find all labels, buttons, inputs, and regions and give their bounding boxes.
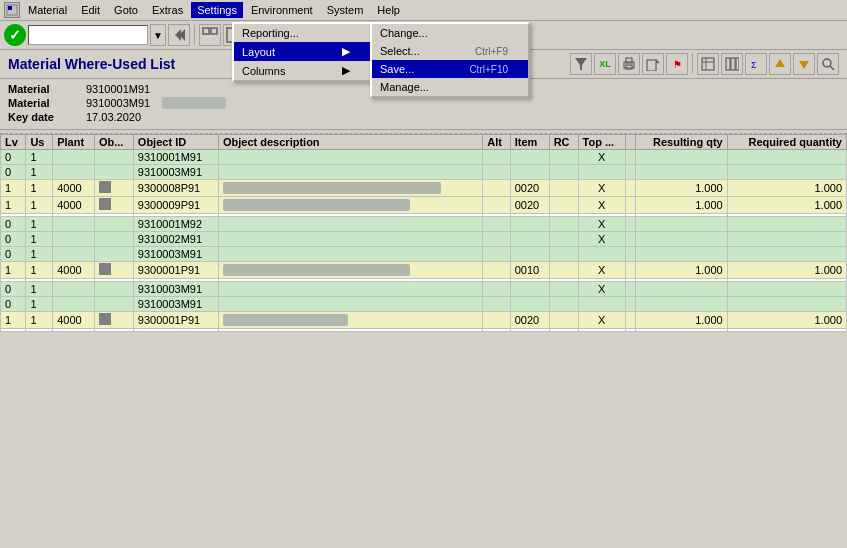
col-alt[interactable]: Alt — [483, 135, 511, 150]
table-cell: 9300001P91 — [133, 262, 218, 279]
table-cell: 1 — [26, 180, 53, 197]
menu-columns[interactable]: Columns ▶ — [234, 61, 370, 80]
table-cell — [636, 329, 727, 332]
column-btn[interactable] — [721, 53, 743, 75]
col-us[interactable]: Us — [26, 135, 53, 150]
table-cell — [727, 165, 846, 180]
table-cell — [578, 297, 625, 312]
col-top[interactable]: Top ... — [578, 135, 625, 150]
menu-environment[interactable]: Environment — [245, 2, 319, 18]
col-req-qty[interactable]: Required quantity — [727, 135, 846, 150]
menu-help[interactable]: Help — [371, 2, 406, 18]
table-cell — [219, 165, 483, 180]
table-cell: X — [578, 150, 625, 165]
col-ob[interactable]: Ob... — [94, 135, 133, 150]
table-cell — [636, 247, 727, 262]
table-cell: 1 — [26, 297, 53, 312]
table-cell — [727, 217, 846, 232]
table-row[interactable]: 019310003M91 — [1, 297, 847, 312]
col-res-qty[interactable]: Resulting qty — [636, 135, 727, 150]
layout-submenu: Change... Select... Ctrl+F9 Save... Ctrl… — [370, 22, 530, 98]
menu-layout[interactable]: Layout ▶ — [234, 42, 370, 61]
table-cell: 1.000 — [636, 197, 727, 214]
col-object-desc[interactable]: Object description — [219, 135, 483, 150]
table-cell — [549, 197, 578, 214]
key-date-label: Key date — [8, 111, 78, 123]
table-cell: 1 — [26, 232, 53, 247]
layout-btn1[interactable] — [199, 24, 221, 46]
table-cell: X — [578, 282, 625, 297]
table-row[interactable]: 019310003M91 — [1, 165, 847, 180]
svg-rect-4 — [203, 28, 209, 34]
col-lv[interactable]: Lv — [1, 135, 26, 150]
table-cell — [636, 232, 727, 247]
menu-change[interactable]: Change... — [372, 24, 528, 42]
sort-desc-btn[interactable] — [793, 53, 815, 75]
sort-asc-btn[interactable] — [769, 53, 791, 75]
table-cell: 4000 — [53, 197, 95, 214]
col-item[interactable]: Item — [510, 135, 549, 150]
menu-extras[interactable]: Extras — [146, 2, 189, 18]
menu-select[interactable]: Select... Ctrl+F9 — [372, 42, 528, 60]
table-cell — [483, 197, 511, 214]
table-cell: 1 — [1, 262, 26, 279]
menu-manage[interactable]: Manage... — [372, 78, 528, 96]
table-cell — [625, 150, 635, 165]
table-row[interactable]: 019310001M92X — [1, 217, 847, 232]
table-btn[interactable] — [697, 53, 719, 75]
menu-reporting[interactable]: Reporting... — [234, 24, 370, 42]
settings-dropdown: Reporting... Layout ▶ Columns ▶ — [232, 22, 372, 82]
svg-marker-27 — [775, 59, 785, 67]
table-cell — [53, 297, 95, 312]
table-cell — [510, 150, 549, 165]
col-object-id[interactable]: Object ID — [133, 135, 218, 150]
table-row[interactable]: 1140009300008P91████████████████████████… — [1, 180, 847, 197]
table-row[interactable] — [1, 329, 847, 332]
table-cell: 9310003M91 — [133, 297, 218, 312]
svg-marker-13 — [575, 58, 587, 70]
flag-btn[interactable]: ⚑ — [666, 53, 688, 75]
table-cell — [26, 329, 53, 332]
svg-rect-24 — [731, 58, 735, 70]
dropdown-btn[interactable]: ▼ — [150, 24, 166, 46]
table-cell — [636, 297, 727, 312]
menu-save[interactable]: Save... Ctrl+F10 — [372, 60, 528, 78]
table-cell — [53, 217, 95, 232]
svg-rect-20 — [702, 58, 714, 70]
table-row[interactable]: 1140009300001P91████████████████████████… — [1, 262, 847, 279]
menu-material[interactable]: Material — [22, 2, 73, 18]
find-btn[interactable] — [817, 53, 839, 75]
col-rc[interactable]: RC — [549, 135, 578, 150]
subtotal-btn[interactable]: Σ — [745, 53, 767, 75]
table-cell — [625, 282, 635, 297]
table-row[interactable]: 019310003M91X — [1, 282, 847, 297]
filter-btn[interactable] — [570, 53, 592, 75]
table-cell — [94, 329, 133, 332]
col-plant[interactable]: Plant — [53, 135, 95, 150]
table-row[interactable]: 019310001M91X — [1, 150, 847, 165]
table-cell — [483, 282, 511, 297]
col-spacer — [625, 135, 635, 150]
print-btn[interactable] — [618, 53, 640, 75]
table-cell: X — [578, 180, 625, 197]
menu-system[interactable]: System — [321, 2, 370, 18]
back-btn[interactable] — [168, 24, 190, 46]
table-row[interactable]: 019310002M91X — [1, 232, 847, 247]
menu-bar: Material Edit Goto Extras Settings Envir… — [0, 0, 847, 21]
table-cell: 9310001M91 — [133, 150, 218, 165]
table-cell — [483, 297, 511, 312]
excel-btn[interactable]: XL — [594, 53, 616, 75]
table-row[interactable]: 019310003M91 — [1, 247, 847, 262]
export-btn[interactable] — [642, 53, 664, 75]
menu-edit[interactable]: Edit — [75, 2, 106, 18]
table-cell — [625, 262, 635, 279]
table-cell — [636, 217, 727, 232]
menu-goto[interactable]: Goto — [108, 2, 144, 18]
command-input[interactable] — [28, 25, 148, 45]
table-cell — [94, 197, 133, 214]
menu-settings[interactable]: Settings — [191, 2, 243, 18]
table-row[interactable]: 1140009300009P91████████████████████████… — [1, 197, 847, 214]
table-cell — [94, 217, 133, 232]
table-cell — [53, 165, 95, 180]
table-row[interactable]: 1140009300001P91████████████████0020X1.0… — [1, 312, 847, 329]
